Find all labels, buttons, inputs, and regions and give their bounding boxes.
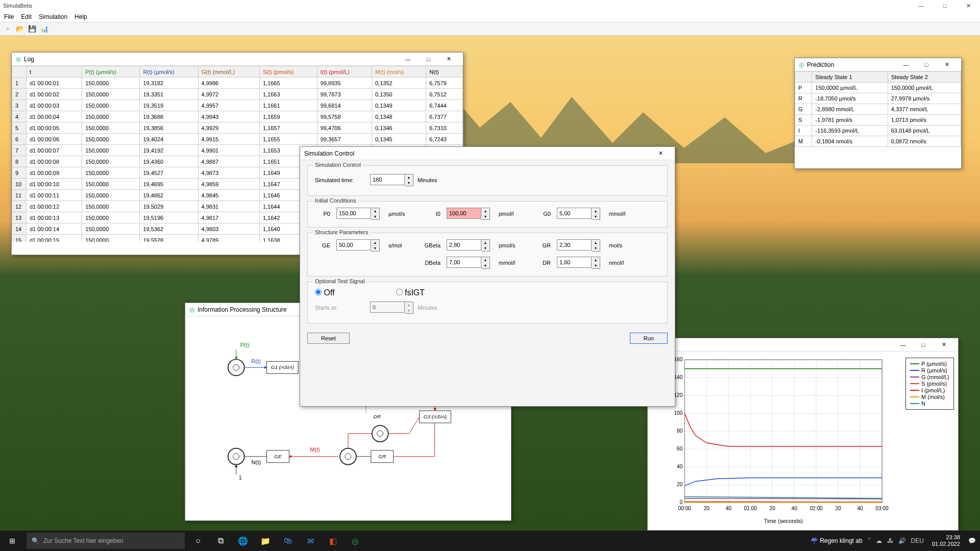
app-minimize-button[interactable]: —: [910, 0, 933, 11]
spin-up-icon[interactable]: ▲: [371, 208, 379, 214]
table-row[interactable]: S-1,9781 pmol/s1,0713 pmol/s: [795, 115, 961, 126]
chart-maximize-button[interactable]: □: [913, 339, 934, 350]
table-row[interactable]: 3d1 00:00:03150,000019,35194,99571,16619…: [12, 100, 463, 111]
g0-input[interactable]: [557, 208, 592, 219]
notifications-icon[interactable]: 💬: [968, 537, 976, 544]
simulated-time-unit: Minutes: [418, 177, 437, 183]
pred-header[interactable]: [795, 72, 812, 83]
radio-fsigt[interactable]: fsIGT: [396, 288, 425, 297]
table-row[interactable]: M-0,1804 nmol/s0,0872 nmol/s: [795, 136, 961, 147]
taskbar-search[interactable]: 🔍 Zur Suche Text hier eingeben: [27, 533, 185, 549]
simctl-close-button[interactable]: ✕: [650, 148, 671, 159]
spin-down-icon[interactable]: ▼: [481, 214, 489, 219]
mail-icon[interactable]: ✉: [299, 531, 322, 551]
tray-onedrive-icon[interactable]: ☁: [876, 537, 882, 544]
run-button[interactable]: Run: [630, 333, 668, 344]
tray-language-icon[interactable]: DEU: [911, 537, 924, 544]
office-icon[interactable]: ◧: [322, 531, 344, 551]
i0-input[interactable]: [447, 208, 481, 219]
spin-up-icon[interactable]: ▲: [592, 208, 600, 214]
spin-down-icon[interactable]: ▼: [371, 245, 379, 251]
table-row[interactable]: R-18,7050 µmol/s27,9978 µmol/s: [795, 93, 961, 104]
menu-file[interactable]: File: [4, 13, 14, 20]
spin-down-icon[interactable]: ▼: [592, 263, 600, 268]
p0-input[interactable]: [336, 208, 371, 219]
log-header[interactable]: I(t) (pmol/L): [317, 66, 372, 78]
prediction-table-container[interactable]: Steady State 1Steady State 2P150,0000 µm…: [795, 71, 961, 153]
app-close-button[interactable]: ✕: [957, 0, 980, 11]
spin-down-icon[interactable]: ▼: [592, 214, 600, 219]
log-header[interactable]: [12, 66, 27, 78]
chart-close-button[interactable]: ✕: [934, 339, 954, 350]
new-file-icon[interactable]: ▫: [3, 24, 12, 34]
task-view-icon[interactable]: ⧉: [209, 531, 232, 551]
simulated-time-input[interactable]: [370, 174, 405, 185]
log-header[interactable]: G(t) (mmol/L): [198, 66, 259, 78]
weather-widget[interactable]: ☔ Regen klingt ab: [811, 537, 863, 544]
prediction-close-button[interactable]: ✕: [937, 59, 957, 70]
spin-up-icon[interactable]: ▲: [481, 208, 489, 214]
prediction-minimize-button[interactable]: —: [896, 59, 916, 70]
gbeta-input[interactable]: [447, 239, 481, 251]
log-header[interactable]: S(t) (pmol/s): [259, 66, 317, 78]
spin-up-icon[interactable]: ▲: [592, 257, 600, 263]
cortana-icon[interactable]: ○: [187, 531, 209, 551]
spin-up-icon[interactable]: ▲: [481, 257, 489, 263]
pred-header[interactable]: Steady State 2: [888, 72, 961, 83]
pred-header[interactable]: Steady State 1: [812, 72, 888, 83]
spin-up-icon[interactable]: ▲: [405, 174, 413, 180]
table-row[interactable]: 1d1 00:00:01150,000019,31824,99861,16659…: [12, 78, 463, 89]
save-icon[interactable]: 💾: [28, 24, 37, 34]
app-icon[interactable]: ◎: [344, 531, 366, 551]
log-header[interactable]: R(t) (µmol/s): [140, 66, 198, 78]
table-row[interactable]: 6d1 00:00:06150,000019,40244,99151,16559…: [12, 134, 463, 145]
menu-help[interactable]: Help: [75, 13, 87, 20]
spin-down-icon[interactable]: ▼: [592, 245, 600, 251]
spin-down-icon[interactable]: ▼: [481, 263, 489, 268]
radio-off[interactable]: Off: [315, 288, 335, 297]
gr-input[interactable]: [557, 239, 592, 251]
prediction-maximize-button[interactable]: □: [916, 59, 937, 70]
spin-down-icon[interactable]: ▼: [481, 245, 489, 251]
spin-up-icon[interactable]: ▲: [371, 240, 379, 245]
log-maximize-button[interactable]: □: [418, 54, 438, 65]
ge-input[interactable]: [336, 239, 371, 251]
table-row[interactable]: I-116,3593 pmol/L63,0148 pmol/L: [795, 126, 961, 136]
log-header[interactable]: M(t) (mol/s): [372, 66, 426, 78]
taskbar-clock[interactable]: 23:3801.02.2022: [929, 534, 963, 547]
gbeta-unit: pmol/s: [499, 242, 524, 248]
start-button[interactable]: ⊞: [0, 531, 24, 551]
table-row[interactable]: G-2,8980 mmol/L4,3377 mmol/L: [795, 104, 961, 115]
spin-down-icon[interactable]: ▼: [371, 214, 379, 219]
prediction-icon: ◎: [799, 61, 804, 68]
tray-chevron-icon[interactable]: ˄: [868, 537, 871, 544]
table-row[interactable]: 5d1 00:00:05150,000019,38564,99291,16579…: [12, 122, 463, 134]
table-row[interactable]: 2d1 00:00:02150,000019,33514,99721,16639…: [12, 89, 463, 100]
ge-unit: s/mol: [388, 242, 414, 248]
spin-up-icon[interactable]: ▲: [592, 240, 600, 245]
tray-network-icon[interactable]: 🖧: [887, 537, 893, 544]
tray-volume-icon[interactable]: 🔊: [898, 537, 906, 544]
log-minimize-button[interactable]: —: [398, 54, 418, 65]
table-row[interactable]: P150,0000 µmol/L150,0000 µmol/L: [795, 83, 961, 93]
menu-simulation[interactable]: Simulation: [39, 13, 67, 20]
log-close-button[interactable]: ✕: [438, 54, 459, 65]
spin-down-icon[interactable]: ▼: [405, 180, 413, 186]
store-icon[interactable]: 🛍: [277, 531, 299, 551]
reset-button[interactable]: Reset: [307, 333, 350, 344]
log-header[interactable]: t: [27, 66, 82, 78]
taskbar: ⊞ 🔍 Zur Suche Text hier eingeben ○ ⧉ 🌐 📁…: [0, 531, 980, 551]
explorer-icon[interactable]: 📁: [254, 531, 277, 551]
menu-edit[interactable]: Edit: [21, 13, 32, 20]
app-maximize-button[interactable]: □: [933, 0, 957, 11]
chart-icon[interactable]: 📊: [40, 24, 49, 34]
open-file-icon[interactable]: 📂: [15, 24, 24, 34]
log-header[interactable]: N(t): [426, 66, 463, 78]
dr-input[interactable]: [557, 257, 592, 268]
dbeta-input[interactable]: [447, 257, 481, 268]
edge-icon[interactable]: 🌐: [232, 531, 254, 551]
chart-minimize-button[interactable]: —: [893, 339, 913, 350]
log-header[interactable]: P(t) (µmol/s): [82, 66, 140, 78]
spin-up-icon[interactable]: ▲: [481, 240, 489, 245]
table-row[interactable]: 4d1 00:00:04150,000019,36884,99431,16599…: [12, 111, 463, 122]
